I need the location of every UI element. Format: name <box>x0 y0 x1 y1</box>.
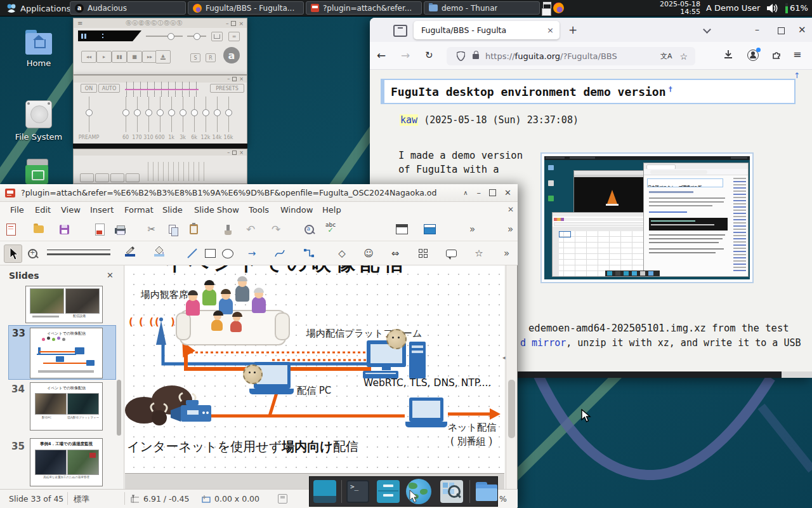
menu-insert[interactable]: Insert <box>90 205 114 215</box>
terminal-launcher[interactable]: >_ <box>346 480 369 503</box>
eq-band-knob[interactable] <box>122 109 129 116</box>
window-minimize-icon[interactable]: – <box>755 25 759 33</box>
tray-firefox-icon[interactable] <box>553 3 564 13</box>
minimize-icon[interactable]: – <box>226 20 229 27</box>
start-slideshow-icon[interactable] <box>422 222 436 236</box>
tray-window2-icon[interactable] <box>542 8 551 16</box>
connector-icon[interactable] <box>302 246 316 260</box>
web-browser-launcher[interactable] <box>406 479 431 504</box>
tab-close-icon[interactable]: × <box>547 25 554 35</box>
desktop-icon-filesystem[interactable]: File System <box>11 100 66 142</box>
speaker-icon[interactable] <box>766 3 778 13</box>
eq-band-knob[interactable] <box>225 109 232 116</box>
eq-band-knob[interactable] <box>214 109 221 116</box>
slide-scrollbar[interactable]: ◂ <box>506 265 517 489</box>
prev-button[interactable]: ◂◂ <box>81 51 96 63</box>
slide-canvas[interactable]: イベントでの映像配信 <box>125 265 504 473</box>
author-link[interactable]: kaw <box>400 114 418 126</box>
eq-on-button[interactable]: ON <box>81 84 97 93</box>
browser-tab[interactable]: Fugulta/BBS - Fugulta × <box>414 21 560 39</box>
menu-file[interactable]: File <box>10 205 24 215</box>
extensions-icon[interactable] <box>771 50 782 60</box>
display-views-icon[interactable] <box>395 222 409 236</box>
menu-format[interactable]: Format <box>124 205 154 215</box>
slide-thumbnail-32[interactable]: 配信設備 <box>25 286 103 323</box>
eject-button[interactable]: ▲ <box>155 50 171 64</box>
toolbar-overflow-icon[interactable]: » <box>508 224 513 235</box>
menu-icon[interactable]: ≡ <box>793 48 801 60</box>
close-document-icon[interactable]: ✕ <box>508 205 514 214</box>
slide-thumbnail-34[interactable]: イベントでの映像配信 配信PC 場内配信プラットフォーム <box>30 382 103 431</box>
repeat-button[interactable]: R <box>206 53 216 62</box>
status-layout-name[interactable]: 標準 <box>74 494 89 505</box>
impress-titlebar[interactable]: ?plugin=attach&refer=%E6%B2%B3%E8%B1%9A%… <box>0 184 518 202</box>
window-close-icon[interactable]: ✕ <box>798 24 806 36</box>
eq-band-knob[interactable] <box>202 109 209 116</box>
minimize-icon[interactable]: – <box>227 76 230 82</box>
lock-icon[interactable] <box>473 54 479 59</box>
toolbar-overflow-icon[interactable]: » <box>504 248 509 259</box>
bookmark-star-icon[interactable]: ☆ <box>679 51 688 62</box>
volume-slider[interactable] <box>146 36 183 37</box>
toolbar-overflow-icon[interactable]: » <box>469 224 475 235</box>
new-tab-button[interactable]: + <box>568 23 577 36</box>
maximize-icon[interactable] <box>231 21 236 26</box>
eq-band-knob[interactable] <box>191 109 198 116</box>
app-finder-launcher[interactable] <box>440 480 463 503</box>
eq-presets-button[interactable]: PRESETS <box>210 84 244 93</box>
redo-icon[interactable]: ↷ <box>269 222 283 236</box>
back-icon[interactable]: ← <box>377 49 386 62</box>
audacious-playlist-window[interactable]: – × <box>73 149 247 184</box>
heading-anchor-mark[interactable]: † <box>668 85 672 93</box>
find-replace-icon[interactable]: a <box>302 222 316 236</box>
slide-thumbnail-33[interactable]: イベントでの映像配信 <box>30 328 103 378</box>
callouts-icon[interactable] <box>444 246 458 260</box>
reload-icon[interactable]: ↻ <box>425 50 433 61</box>
taskbar-button-impress[interactable]: ?plugin=attach&refer... <box>306 1 422 15</box>
pause-button[interactable]: ▮▮ <box>112 51 127 63</box>
basic-shapes-icon[interactable]: ◇ <box>335 246 349 260</box>
shield-icon[interactable] <box>457 51 465 61</box>
close-icon[interactable]: × <box>239 20 244 27</box>
print-icon[interactable] <box>113 222 127 236</box>
mirror-link[interactable]: d mirror <box>520 337 566 349</box>
lines-arrows-icon[interactable]: → <box>245 246 259 260</box>
panel-clock[interactable]: 2025-05-18 14:55 <box>653 1 700 16</box>
forward-icon[interactable]: → <box>401 49 410 62</box>
menu-edit[interactable]: Edit <box>35 205 51 215</box>
desktop-icon-home[interactable]: Home <box>19 33 58 68</box>
slides-panel-close-icon[interactable]: ✕ <box>107 271 114 280</box>
playlist-toggle-button[interactable]: ≡ <box>228 32 240 41</box>
panel-user-name[interactable]: A Demo User <box>706 3 760 13</box>
menu-help[interactable]: Help <box>322 205 341 215</box>
balance-knob[interactable] <box>193 33 200 40</box>
block-arrows-icon[interactable]: ⇔ <box>388 246 402 260</box>
play-button[interactable]: ▸ <box>96 51 112 63</box>
slide-thumbnail-35[interactable]: 事例4．工場での温湿度監視 高精度な金属加工のための温度管理 <box>30 438 103 486</box>
downloads-icon[interactable] <box>723 50 733 60</box>
audacious-titlebar[interactable]: ≡ ⓐⓤⓓⓐⓒⓘⓞⓤⓢ – × <box>74 18 247 28</box>
copy-icon[interactable] <box>165 222 179 236</box>
menu-tools[interactable]: Tools <box>249 205 269 215</box>
eq-band-knob[interactable] <box>145 109 152 116</box>
curve-tool-icon[interactable] <box>273 246 287 260</box>
stop-button[interactable]: ■ <box>127 51 142 63</box>
show-desktop-button[interactable] <box>313 480 336 503</box>
new-document-icon[interactable] <box>4 222 18 236</box>
taskbar-button-audacious[interactable]: a Audacious <box>70 1 186 15</box>
url-bar[interactable]: https://fuguita.org/?Fugulta/BBS 文A ☆ <box>447 47 695 65</box>
eq-band-knob[interactable] <box>134 109 141 116</box>
shuffle-button[interactable]: S <box>190 53 200 62</box>
export-pdf-icon[interactable] <box>93 222 107 236</box>
menu-window[interactable]: Window <box>280 205 313 215</box>
taskbar-button-firefox[interactable]: Fugulta/BBS - Fugulta... <box>188 1 304 15</box>
menu-icon[interactable]: ≡ <box>77 20 82 27</box>
close-icon[interactable]: × <box>239 76 244 82</box>
folder-launcher[interactable] <box>475 479 499 504</box>
clone-formatting-icon[interactable] <box>221 222 235 236</box>
volume-level-bar[interactable] <box>785 3 788 13</box>
maximize-icon[interactable] <box>232 77 237 81</box>
translate-icon[interactable]: 文A <box>660 51 672 61</box>
eq-band-knob[interactable] <box>180 109 187 116</box>
menu-slideshow[interactable]: Slide Show <box>194 205 239 215</box>
